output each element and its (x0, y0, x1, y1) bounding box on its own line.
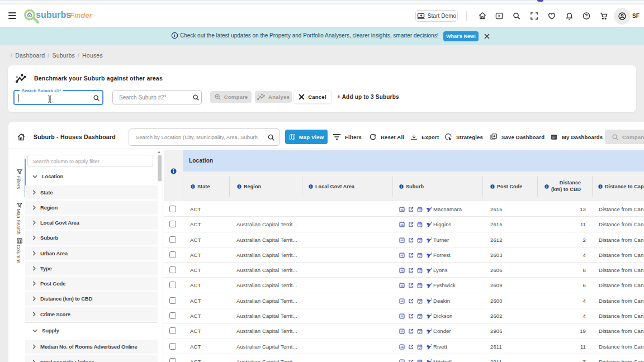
svg-text:c: c (431, 206, 433, 208)
svg-text:c: c (431, 313, 433, 315)
svg-text:c: c (431, 298, 433, 300)
svg-text:c: c (431, 328, 433, 330)
svg-text:c: c (431, 282, 433, 284)
svg-text:c: c (431, 344, 433, 346)
svg-text:c: c (431, 237, 433, 239)
svg-text:c: c (431, 221, 433, 223)
svg-text:c: c (431, 252, 433, 254)
svg-text:c: c (431, 267, 433, 269)
svg-text:c: c (431, 359, 433, 361)
